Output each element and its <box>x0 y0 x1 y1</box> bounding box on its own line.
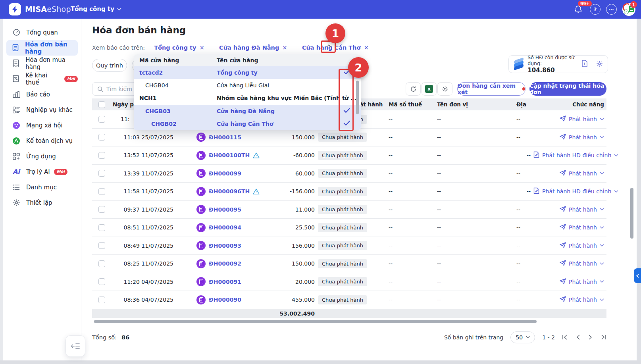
remove-chip-icon[interactable]: × <box>199 44 204 51</box>
tab-quy-trinh[interactable]: Quy trình <box>92 59 127 72</box>
publish-action-link[interactable]: Phát hành <box>569 297 597 303</box>
chevron-down-icon[interactable] <box>614 154 618 157</box>
invoice-number-link[interactable]: ĐH000096TH <box>209 188 250 195</box>
column-header-unit[interactable]: Tên đơn vị <box>431 101 510 108</box>
dropdown-scrollbar-thumb[interactable] <box>356 81 359 114</box>
remove-chip-icon[interactable]: × <box>282 44 287 51</box>
invoice-number-link[interactable]: ĐH000091 <box>209 279 241 285</box>
notifications-button[interactable]: 99+ <box>572 4 584 15</box>
warning-icon[interactable] <box>253 152 260 158</box>
invoice-number-link[interactable]: ĐH000092 <box>209 260 241 267</box>
invoice-number-link[interactable]: ĐH000090 <box>209 297 241 303</box>
export-excel-button[interactable]: x <box>422 82 437 96</box>
prev-page-button[interactable] <box>576 335 580 340</box>
chevron-down-icon[interactable] <box>600 299 604 301</box>
publish-action-link[interactable]: Phát hành <box>569 243 597 249</box>
orders-to-review-button[interactable]: Đơn hàng cần xem xét <box>457 82 526 96</box>
sidebar-item-nghiep-vu-khac[interactable]: Nghiệp vụ khác <box>6 102 78 117</box>
column-header-tax-code[interactable]: Mã số thuế <box>383 101 431 108</box>
publish-action-link[interactable]: Phát hành <box>569 206 597 213</box>
chevron-down-icon[interactable] <box>600 226 604 229</box>
publish-action-link[interactable]: Phát hành <box>569 170 597 177</box>
sidebar-item-hoa-don-ban-hang[interactable]: Hóa đơn bán hàng <box>6 40 78 56</box>
publish-action-link[interactable]: Phát hành HĐ điều chỉnh <box>542 188 611 195</box>
sidebar-item-hoa-don-mua-hang[interactable]: Hóa đơn mua hàng <box>6 56 78 71</box>
chevron-down-icon[interactable] <box>600 118 604 121</box>
invoice-number-link[interactable]: ĐH000115 <box>209 134 241 141</box>
store-option[interactable]: CHGB04 Cửa hàng Liễu Giai <box>134 79 361 92</box>
sidebar-item-ke-toan-dich-vu[interactable]: Kế toán dịch vụ <box>6 133 78 148</box>
sidebar-item-danh-muc[interactable]: Danh mục <box>6 179 78 195</box>
row-checkbox[interactable] <box>98 116 105 123</box>
invoice-number-link[interactable]: ĐH000094 <box>209 224 241 231</box>
row-checkbox[interactable] <box>98 224 105 231</box>
row-checkbox[interactable] <box>98 278 105 285</box>
table-settings-button[interactable] <box>437 82 452 96</box>
store-filter-chip[interactable]: Cửa hàng Đà Nẵng × <box>219 44 287 51</box>
column-header-address[interactable]: Địa <box>510 101 527 108</box>
side-panel-toggle[interactable] <box>634 268 641 283</box>
store-filter-chip[interactable]: Tổng công ty × <box>154 44 204 51</box>
store-option[interactable]: NCH1 Nhóm cửa hàng khu vực Miền Bắc (Tín… <box>134 92 361 104</box>
refresh-button[interactable] <box>406 82 421 96</box>
chevron-down-icon[interactable] <box>600 262 604 265</box>
row-checkbox[interactable] <box>98 134 105 141</box>
remove-chip-icon[interactable]: × <box>364 44 369 51</box>
row-checkbox[interactable] <box>98 188 105 195</box>
more-button[interactable]: ⋯ <box>606 4 617 15</box>
quota-detail-button[interactable] <box>581 60 588 68</box>
sidebar-item-mang-xa-hoi[interactable]: Mạng xã hội <box>6 117 78 133</box>
last-page-button[interactable] <box>601 335 606 340</box>
horizontal-scrollbar-thumb[interactable] <box>94 320 537 323</box>
sidebar-item-tong-quan[interactable]: Tổng quan <box>6 25 78 40</box>
invoice-number-link[interactable]: ĐH000095 <box>209 206 241 213</box>
chevron-down-icon[interactable] <box>600 244 604 247</box>
row-checkbox[interactable] <box>98 260 105 267</box>
publish-action-link[interactable]: Phát hành <box>569 224 597 231</box>
sidebar-item-ke-khai-thue[interactable]: Kê khai thuế Mới <box>6 71 78 87</box>
chevron-down-icon[interactable] <box>600 172 604 175</box>
chevron-down-icon[interactable] <box>600 136 604 139</box>
publish-action-link[interactable]: Phát hành <box>569 116 597 122</box>
invoice-number-link[interactable]: ĐH000099 <box>209 170 241 177</box>
sidebar-item-bao-cao[interactable]: Báo cáo <box>6 87 78 102</box>
per-page-select[interactable]: 50 <box>510 331 535 343</box>
store-option[interactable]: CHGB02 Cửa hàng Cần Thơ <box>134 117 361 130</box>
publish-action-link[interactable]: Phát hành <box>569 134 597 141</box>
warning-icon[interactable] <box>253 189 260 195</box>
chevron-down-icon[interactable] <box>600 280 604 283</box>
row-checkbox[interactable] <box>98 242 105 249</box>
help-button[interactable]: ? <box>590 4 601 15</box>
publish-action-link[interactable]: Phát hành HĐ điều chỉnh <box>542 152 611 158</box>
publish-action-link[interactable]: Phát hành <box>569 260 597 267</box>
vertical-scrollbar-thumb[interactable] <box>630 188 633 239</box>
quota-settings-button[interactable] <box>596 60 603 68</box>
status-badge: Chưa phát hành <box>318 187 367 196</box>
invoice-number-link[interactable]: ĐH000100TH <box>209 152 250 158</box>
store-filter-chip[interactable]: Cửa hàng Cần Thơ × <box>302 44 369 51</box>
publish-action-link[interactable]: Phát hành <box>569 279 597 285</box>
sidebar-item-label: Kế toán dịch vụ <box>26 137 73 144</box>
select-all-checkbox[interactable] <box>98 101 105 108</box>
chevron-down-icon[interactable] <box>600 208 604 211</box>
collapse-sidebar-button[interactable] <box>65 335 85 357</box>
row-checkbox[interactable] <box>98 170 105 177</box>
sidebar-item-tro-ly-ai[interactable]: Ai Trợ lý AI Mới <box>6 164 78 179</box>
row-checkbox[interactable] <box>98 206 105 213</box>
misa-logo[interactable] <box>9 3 21 15</box>
sidebar-item-label: Trợ lý AI <box>26 168 50 175</box>
invoice-number-link[interactable]: ĐH000093 <box>209 243 241 249</box>
account-avatar[interactable]: ✓ 1 <box>622 3 635 16</box>
store-option[interactable]: CHGB03 Cửa hàng Đà Nẵng <box>134 105 361 117</box>
sidebar-item-ung-dung[interactable]: Ứng dụng <box>6 148 78 164</box>
store-option[interactable]: tctacd2 Tổng công ty <box>134 66 361 79</box>
row-checkbox[interactable] <box>98 152 105 159</box>
org-selector[interactable]: Tổng công ty <box>71 6 121 13</box>
row-checkbox[interactable] <box>98 297 105 303</box>
row-datetime: 11:58 11/07/2025 <box>124 188 174 195</box>
sidebar-item-thiet-lap[interactable]: Thiết lập <box>6 195 78 210</box>
chevron-down-icon[interactable] <box>614 190 618 193</box>
update-invoice-status-button[interactable]: Cập nhật trạng thái hóa đơn <box>529 82 606 96</box>
next-page-button[interactable] <box>589 335 592 340</box>
first-page-button[interactable] <box>562 335 568 340</box>
